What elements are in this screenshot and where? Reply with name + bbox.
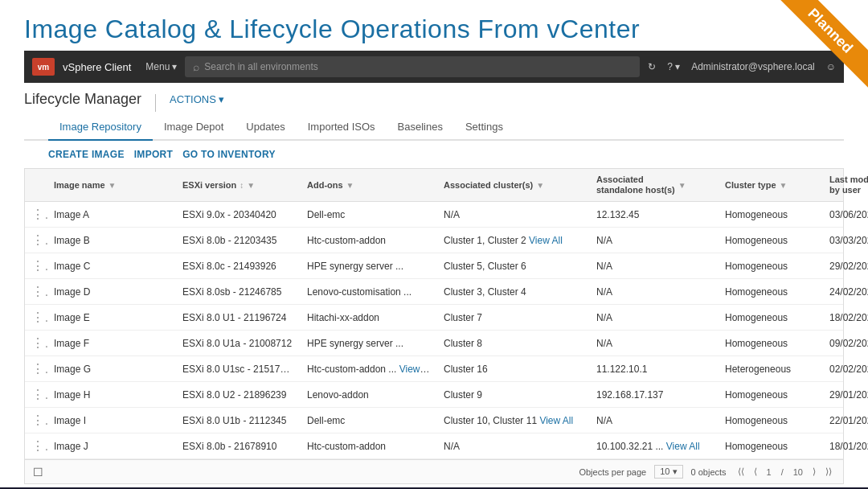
tab-image-repository[interactable]: Image Repository [48,114,153,141]
row-addons: Htc-custom-addon ... View All [301,359,437,380]
pagination: ⟨⟨ ⟨ 1 / 10 ⟩ ⟩⟩ [735,465,835,479]
lm-title: Lifecycle Manager [24,91,141,114]
tab-updates[interactable]: Updates [235,114,296,141]
select-all-checkbox[interactable]: ☐ [33,466,43,479]
row-menu-dots[interactable]: ⋮ [25,356,47,381]
create-image-button[interactable]: CREATE IMAGE [48,149,125,160]
row-menu-dots[interactable]: ⋮ [25,331,47,355]
row-standalone: N/A [590,230,719,251]
col-assoc-clusters: Associated cluster(s) ▼ [437,175,590,195]
refresh-icon[interactable]: ↻ [648,61,656,72]
row-image-name: Image H [47,384,176,405]
addons-view-all-link[interactable]: View All [399,364,433,375]
row-menu-dots[interactable]: ⋮ [25,382,47,407]
search-bar[interactable]: ⌕ Search in all environments [185,56,640,77]
row-addons: HPE synergy server ... [301,256,437,277]
menu-button[interactable]: Menu ▾ [145,61,177,72]
per-page-select[interactable]: 10 ▾ [654,465,682,479]
table-row: ⋮ Image G ESXi 8.0 U1sc - 21517453 Htc-c… [25,356,843,382]
row-menu-dots[interactable]: ⋮ [25,279,47,304]
row-clusters: Cluster 9 [437,384,590,405]
row-clusters: Cluster 5, Cluster 6 [437,256,590,277]
row-cluster-type: Homogeneous [719,281,823,302]
planned-label: Planned [772,0,868,88]
vsphere-bar: vm vSphere Client Menu ▾ ⌕ Search in all… [24,51,844,83]
row-clusters: Cluster 7 [437,307,590,328]
row-cluster-type: Homogeneous [719,410,823,431]
row-cluster-type: Homogeneous [719,307,823,328]
last-page-button[interactable]: ⟩⟩ [822,465,835,479]
row-standalone: N/A [590,256,719,277]
row-modified: 18/01/2024 [823,436,868,457]
row-addons: Dell-emc [301,410,437,431]
go-to-inventory-button[interactable]: GO TO INVENTORY [182,149,276,160]
vsphere-app-name: vSphere Client [63,61,131,73]
row-esxi-version: ESXi 8.0 U1 - 21196724 [176,307,301,328]
first-page-button[interactable]: ⟨⟨ [735,465,747,479]
tab-baselines[interactable]: Baselines [387,114,454,141]
tab-settings[interactable]: Settings [454,114,514,141]
col-checkbox [25,179,47,191]
tabs-row: Image Repository Image Depot Updates Imp… [24,114,844,141]
row-cluster-type: Homogeneous [719,436,823,457]
row-image-name: Image E [47,307,176,328]
row-image-name: Image B [47,230,176,251]
row-addons: HPE synergy server ... [301,333,437,354]
table-row: ⋮ Image E ESXi 8.0 U1 - 21196724 Hitachi… [25,305,843,331]
col-type-filter-icon[interactable]: ▼ [780,181,788,190]
help-icon[interactable]: ? ▾ [667,61,680,72]
tab-image-depot[interactable]: Image Depot [153,114,235,141]
row-esxi-version: ESXi 8.0 U2 - 21896239 [176,384,301,405]
row-clusters: Cluster 10, Cluster 11 View All [437,410,590,431]
row-menu-dots[interactable]: ⋮ [25,434,47,458]
row-clusters: Cluster 3, Cluster 4 [437,281,590,302]
row-esxi-version: ESXi 8.0b - 21203435 [176,230,301,251]
prev-page-button[interactable]: ⟨ [751,465,760,479]
row-modified: 03/03/2024 [823,230,868,251]
row-standalone: 11.122.10.1 [590,359,719,380]
row-standalone: N/A [590,281,719,302]
tab-imported-isos[interactable]: Imported ISOs [297,114,387,141]
col-image-name-filter-icon[interactable]: ▼ [108,181,117,190]
table-row: ⋮ Image D ESXi 8.0sb - 21246785 Lenovo-c… [25,279,843,305]
row-standalone: N/A [590,307,719,328]
col-addons-filter-icon[interactable]: ▼ [346,181,354,190]
row-standalone: N/A [590,333,719,354]
table-row: ⋮ Image F ESXi 8.0 U1a - 21008712 HPE sy… [25,331,843,356]
table-row: ⋮ Image J ESXi 8.0b - 21678910 Htc-custo… [25,434,843,459]
row-menu-dots[interactable]: ⋮ [25,228,47,253]
col-esxi-sort-icon[interactable]: ↕ [240,181,244,190]
table-footer: ☐ Objects per page 10 ▾ 0 objects ⟨⟨ ⟨ 1… [25,459,843,483]
row-standalone: 192.168.17.137 [590,384,719,405]
total-pages: 10 [790,466,806,479]
row-standalone: N/A [590,410,719,431]
row-menu-dots[interactable]: ⋮ [25,305,47,330]
row-esxi-version: ESXi 8.0 U1a - 21008712 [176,333,301,354]
col-clusters-filter-icon[interactable]: ▼ [536,181,544,190]
table-header: Image name ▼ ESXi version ↕ ▼ Add-ons ▼ … [25,169,843,202]
standalone-view-all-link[interactable]: View All [666,441,700,452]
lm-divider [155,94,156,112]
footer-checkbox-area: ☐ [33,466,43,479]
vm-logo: vm [32,58,55,76]
row-image-name: Image A [47,204,176,225]
col-standalone-filter-icon[interactable]: ▼ [678,181,686,190]
actions-button[interactable]: ACTIONS ▾ [170,93,224,112]
import-button[interactable]: IMPORT [134,149,173,160]
row-menu-dots[interactable]: ⋮ [25,253,47,278]
row-image-name: Image I [47,410,176,431]
row-modified: 03/06/2024 [823,204,868,225]
row-clusters: Cluster 16 [437,359,590,380]
col-esxi-filter-icon[interactable]: ▼ [247,181,255,190]
row-menu-dots[interactable]: ⋮ [25,408,47,433]
row-menu-dots[interactable]: ⋮ [25,202,47,227]
menu-chevron-icon: ▾ [172,61,177,72]
clusters-view-all-link[interactable]: View All [539,415,573,426]
row-addons: Htc-custom-addon [301,436,437,457]
clusters-view-all-link[interactable]: View All [529,235,563,246]
next-page-button[interactable]: ⟩ [809,465,819,479]
table-body: ⋮ Image A ESXi 9.0x - 20340420 Dell-emc … [25,202,843,459]
row-esxi-version: ESXi 8.0c - 21493926 [176,256,301,277]
col-assoc-standalone: Associatedstandalone host(s) ▼ [590,169,719,201]
actions-chevron-icon: ▾ [219,93,224,105]
